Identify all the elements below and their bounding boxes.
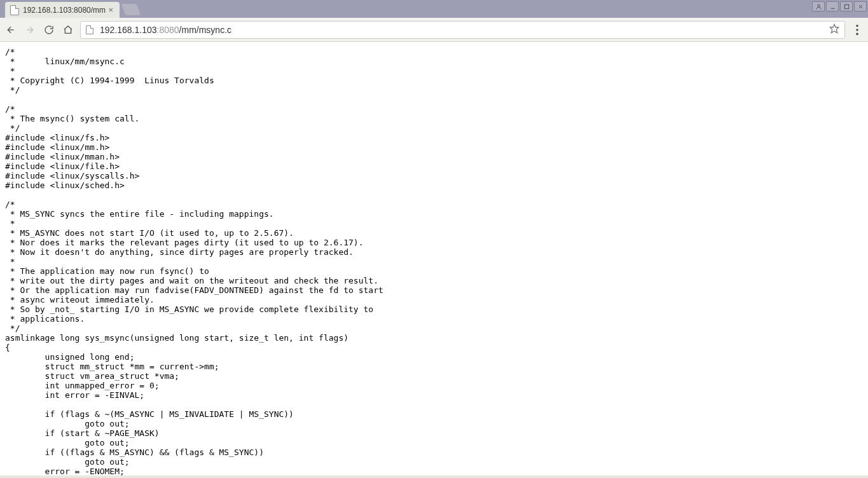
maximize-button[interactable] [840, 1, 853, 11]
minimize-button[interactable] [826, 1, 839, 11]
home-button[interactable] [61, 23, 75, 37]
address-bar[interactable]: 192.168.1.103 :8080 /mm/msync.c [80, 21, 845, 39]
url-host: 192.168.1.103 [100, 25, 157, 35]
forward-button[interactable] [23, 23, 37, 37]
url-path: /mm/msync.c [179, 25, 231, 35]
browser-tab[interactable]: 192.168.1.103:8080/mm × [5, 2, 120, 18]
bookmark-star-icon[interactable] [829, 24, 839, 36]
url-port: :8080 [157, 25, 179, 35]
svg-marker-5 [830, 24, 838, 32]
svg-point-0 [817, 4, 820, 6]
source-code: /* * linux/mm/msync.c * * Copyright (C) … [0, 42, 868, 475]
window-controls [812, 1, 867, 11]
tab-title: 192.168.1.103:8080/mm [23, 6, 106, 15]
close-window-button[interactable] [854, 1, 867, 11]
svg-point-8 [856, 32, 858, 35]
user-icon[interactable] [812, 1, 825, 11]
page-icon [86, 25, 93, 34]
svg-rect-2 [844, 4, 848, 8]
browser-titlebar: 192.168.1.103:8080/mm × [0, 0, 868, 18]
browser-toolbar: 192.168.1.103 :8080 /mm/msync.c [0, 18, 868, 42]
reload-button[interactable] [42, 23, 56, 37]
new-tab-button[interactable] [121, 4, 141, 15]
back-button[interactable] [4, 23, 18, 37]
svg-point-6 [856, 24, 858, 27]
tab-close-icon[interactable]: × [108, 5, 113, 15]
file-icon [10, 5, 19, 15]
chrome-menu-button[interactable] [850, 23, 864, 37]
svg-point-7 [856, 29, 858, 31]
page-viewport[interactable]: /* * linux/mm/msync.c * * Copyright (C) … [0, 42, 868, 475]
status-strip [0, 475, 868, 478]
